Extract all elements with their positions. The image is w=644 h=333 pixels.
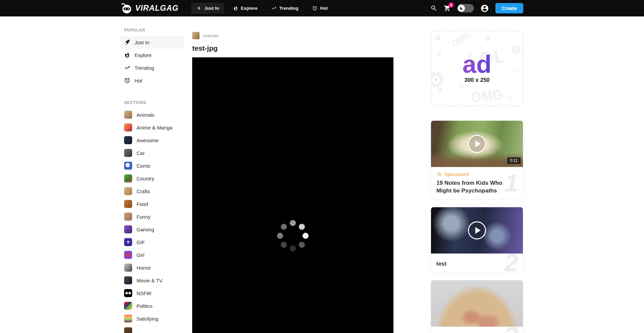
sidebar-popular-item[interactable]: Just In — [121, 36, 184, 49]
section-label: Animals — [137, 112, 154, 118]
user-icon — [480, 4, 489, 13]
section-thumbnail — [124, 251, 132, 259]
section-thumbnail — [124, 264, 132, 272]
section-label: Comic — [137, 163, 151, 169]
card-title[interactable]: test — [436, 260, 518, 268]
logo[interactable]: VIRALGAG — [121, 2, 178, 14]
rocket-icon — [124, 39, 130, 45]
ad-pattern-glyph: OMG — [470, 87, 504, 105]
post-category[interactable]: Animals — [192, 32, 393, 39]
sidebar-section-item[interactable]: NSFW — [121, 287, 184, 299]
ad-label: ad — [463, 53, 491, 76]
section-thumbnail — [124, 200, 132, 208]
trending-up-icon — [271, 6, 276, 11]
related-card[interactable]: 2 test — [431, 207, 523, 273]
sidebar-popular-item[interactable]: Hot — [121, 74, 184, 87]
top-navbar: VIRALGAG Just In Explore Trending — [0, 0, 644, 16]
sidebar-section-item[interactable]: Comic — [121, 159, 184, 172]
sidebar-section-item[interactable]: Girl — [121, 248, 184, 261]
ad-pattern-glyph: ○ — [510, 64, 518, 77]
nav-item[interactable]: Trending — [266, 3, 304, 14]
sidebar-section-item[interactable]: Food — [121, 198, 184, 210]
sidebar-section-item[interactable]: Politics — [121, 299, 184, 312]
section-thumbnail — [124, 162, 132, 170]
sidebar-section-item[interactable]: Gaming — [121, 223, 184, 236]
ad-pattern-glyph: OMG — [449, 31, 473, 49]
right-rail: OMGLOLOMG♥♥⚙⚙#✦○○✦ ad 300 x 250 0:11 1 S… — [431, 16, 523, 333]
flame-icon — [124, 52, 130, 58]
section-label: Crafts — [137, 188, 150, 194]
star-outline-icon — [436, 171, 442, 177]
cart-button[interactable]: 0 — [444, 5, 451, 12]
duration-badge: 0:11 — [507, 157, 521, 164]
account-button[interactable] — [480, 4, 489, 13]
sidebar-popular-item[interactable]: Trending — [121, 61, 184, 74]
sidebar-section-item[interactable] — [121, 325, 184, 333]
main-nav: Just In Explore Trending Hot — [191, 3, 333, 14]
section-label: GIF — [137, 239, 145, 245]
sidebar-section-item[interactable]: Country — [121, 172, 184, 185]
ad-pattern-glyph: ○ — [506, 91, 515, 105]
section-label: Girl — [137, 252, 144, 258]
section-thumbnail — [124, 149, 132, 157]
section-label: Funny — [137, 214, 151, 220]
ad-size-text: 300 x 250 — [464, 77, 490, 84]
sections-list: Animals Anime & Manga Awesome Car — [121, 108, 184, 333]
sections-heading: SECTIONS — [121, 100, 184, 105]
trending-up-icon — [124, 65, 130, 71]
nav-item-label: Just In — [204, 6, 219, 11]
related-cards: 0:11 1 Sponsored 19 Notes from Kids Who … — [431, 120, 523, 333]
sidebar-section-item[interactable]: Satisfying — [121, 312, 184, 325]
create-button[interactable]: Create — [495, 3, 523, 13]
sidebar-section-item[interactable]: Horror — [121, 261, 184, 274]
section-thumbnail — [124, 123, 132, 131]
sidebar-section-item[interactable]: Car — [121, 147, 184, 159]
sidebar-section-item[interactable]: Animals — [121, 108, 184, 121]
search-icon — [430, 5, 437, 12]
sidebar-section-item[interactable]: Funny — [121, 210, 184, 223]
sidebar-section-item[interactable]: Anime & Manga — [121, 121, 184, 134]
section-label: Car — [137, 150, 145, 156]
nav-item[interactable]: Just In — [191, 3, 224, 14]
card-thumbnail[interactable]: 0:11 — [431, 121, 523, 167]
section-label: NSFW — [137, 290, 151, 296]
lightning-icon — [197, 6, 202, 11]
section-label: Gaming — [137, 227, 154, 232]
toggle-knob — [458, 5, 465, 12]
section-label: Food — [137, 201, 148, 207]
sidebar-item-label: Just In — [135, 40, 149, 45]
sidebar-popular-item[interactable]: Explore — [121, 49, 184, 61]
nav-item[interactable]: Hot — [307, 3, 333, 14]
section-thumbnail — [124, 238, 132, 246]
nav-item-label: Hot — [320, 6, 328, 11]
left-sidebar: POPULAR Just In Explore Trending — [121, 16, 184, 333]
section-thumbnail — [124, 187, 132, 195]
card-thumbnail[interactable] — [431, 207, 523, 254]
play-button-icon[interactable] — [468, 135, 486, 153]
ad-placeholder[interactable]: OMGLOLOMG♥♥⚙⚙#✦○○✦ ad 300 x 250 — [431, 31, 523, 106]
related-card[interactable]: 0:11 1 Sponsored 19 Notes from Kids Who … — [431, 120, 523, 200]
search-button[interactable] — [430, 5, 437, 12]
section-label: Politics — [137, 303, 153, 309]
sidebar-section-item[interactable]: Crafts — [121, 185, 184, 198]
card-title[interactable]: 19 Notes from Kids Who Might be Psychopa… — [436, 179, 518, 195]
card-thumbnail[interactable] — [431, 280, 523, 327]
alarm-clock-icon — [124, 77, 130, 84]
sidebar-section-item[interactable]: GIF — [121, 236, 184, 248]
video-player[interactable] — [192, 57, 393, 333]
dark-mode-toggle[interactable] — [457, 4, 474, 12]
sidebar-section-item[interactable]: Awesome — [121, 134, 184, 147]
nav-item[interactable]: Explore — [228, 3, 263, 14]
ad-pattern-glyph: # — [458, 80, 465, 91]
play-button-icon[interactable] — [468, 221, 486, 239]
section-thumbnail — [124, 276, 132, 284]
popular-list: Just In Explore Trending Hot — [121, 36, 184, 87]
category-label: Animals — [203, 33, 219, 38]
nav-item-label: Explore — [241, 6, 258, 11]
ad-pattern-glyph: ♥ — [484, 33, 490, 45]
nav-item-label: Trending — [279, 6, 298, 11]
section-thumbnail — [124, 213, 132, 221]
sidebar-section-item[interactable]: Movie & TV — [121, 274, 184, 287]
flame-icon — [233, 6, 238, 11]
related-card[interactable]: 3 dog — [431, 280, 523, 333]
